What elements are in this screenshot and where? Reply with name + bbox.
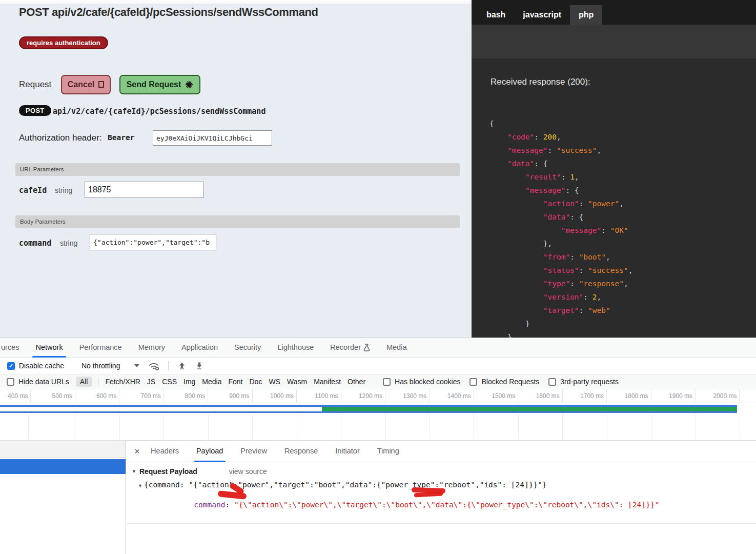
page-top-strip [0, 0, 472, 4]
filter-type-img[interactable]: Img [183, 378, 195, 386]
checkbox-3rd-party-requests[interactable] [548, 378, 556, 386]
request-list-pane [0, 441, 126, 554]
checkbox-has-blocked-cookies[interactable] [383, 378, 391, 386]
devtools-tab-bar: urcesNetworkPerformanceMemoryApplication… [0, 338, 756, 358]
filter-type-media[interactable]: Media [202, 378, 221, 386]
detail-tab-initiator[interactable]: Initiator [329, 441, 366, 462]
devtools-tab-lighthouse[interactable]: Lighthouse [269, 338, 322, 358]
devtools-tab-performance[interactable]: Performance [71, 338, 130, 358]
filter-divider [98, 378, 98, 386]
payload-separator: : [225, 501, 234, 509]
triangle-down-icon: ▼ [138, 483, 142, 488]
command-input[interactable] [90, 234, 216, 250]
label-blocked-requests: Blocked Requests [481, 378, 539, 386]
devtools-tab-network[interactable]: Network [27, 338, 71, 358]
request-payload-section[interactable]: ▼ Request Payload view source [132, 467, 756, 476]
payload-key: command [194, 501, 225, 509]
timeline-tick: 600 ms [75, 389, 119, 403]
filter-type-css[interactable]: CSS [162, 378, 177, 386]
close-icon[interactable]: × [134, 446, 140, 456]
label-has-blocked-cookies: Has blocked cookies [395, 378, 460, 386]
waterfall-overview[interactable] [0, 403, 756, 414]
auth-scheme-label: Bearer [108, 133, 134, 142]
payload-command-row[interactable]: command: "{\"action\":\"power\",\"target… [149, 492, 756, 517]
code-examples-panel: bashjavascriptphp Received response (200… [472, 0, 756, 338]
toolbar-divider [168, 361, 169, 370]
filter-type-ws[interactable]: WS [269, 378, 280, 386]
request-payload-title: Request Payload [139, 467, 197, 476]
chevron-down-icon [134, 364, 139, 367]
send-request-button[interactable]: Send Request [119, 75, 200, 94]
detail-tab-response[interactable]: Response [278, 441, 324, 462]
filter-type-all[interactable]: All [76, 377, 92, 387]
network-filter-bar: Hide data URLs AllFetch/XHRJSCSSImgMedia… [0, 374, 756, 389]
detail-tab-payload[interactable]: Payload [190, 441, 230, 462]
param-name-command: command [19, 239, 51, 248]
timeline-tick: 1600 ms [518, 389, 562, 403]
detail-tab-preview[interactable]: Preview [234, 441, 274, 462]
send-request-button-label: Send Request [127, 80, 181, 89]
throttling-select[interactable]: No throttling [77, 362, 139, 370]
burst-icon [185, 81, 193, 89]
label-3rd-party-requests: 3rd-party requests [560, 378, 619, 386]
cafeid-input[interactable] [85, 182, 204, 198]
code-language-tabs: bashjavascriptphp [472, 0, 756, 25]
network-conditions-button[interactable] [149, 361, 160, 371]
timeline-tick: 700 ms [119, 389, 164, 403]
devtools-panel: urcesNetworkPerformanceMemoryApplication… [0, 338, 756, 554]
code-tab-php[interactable]: php [570, 5, 602, 25]
request-overview-bar [0, 405, 737, 413]
filter-type-wasm[interactable]: Wasm [287, 378, 307, 386]
detail-tab-headers[interactable]: Headers [144, 441, 186, 462]
detail-tabs: HeadersPayloadPreviewResponseInitiatorTi… [140, 441, 406, 462]
devtools-tab-security[interactable]: Security [226, 338, 269, 358]
hide-data-urls-checkbox[interactable] [7, 378, 14, 386]
code-tab-bash[interactable]: bash [478, 5, 514, 25]
payload-section-divider [127, 523, 756, 524]
param-name-cafeid: cafeId [19, 186, 47, 195]
filter-type-font[interactable]: Font [228, 378, 242, 386]
endpoint-path: api/v2/cafe/{cafeId}/pcSessions/sendWssC… [53, 107, 265, 116]
view-source-link[interactable]: view source [229, 467, 267, 476]
cancel-button[interactable]: Cancel [61, 75, 111, 94]
request-label: Request [19, 80, 51, 90]
timeline-tick: 1700 ms [563, 389, 607, 403]
timeline-tick: 1900 ms [651, 389, 696, 403]
requests-table-empty-area [0, 414, 756, 441]
disable-cache-checkbox[interactable]: ✓ [7, 362, 15, 370]
disable-cache-label: Disable cache [19, 362, 64, 370]
export-har-button[interactable] [195, 362, 203, 370]
request-type-filters: AllFetch/XHRJSCSSImgMediaFontDocWSWasmMa… [69, 377, 365, 387]
auth-token-input[interactable] [153, 130, 272, 146]
screenshot-root: POST api/v2/cafe/{cafeId}/pcSessions/sen… [0, 0, 756, 554]
body-parameters-section-header: Body Parameters [15, 215, 460, 228]
detail-tab-bar: × HeadersPayloadPreviewResponseInitiator… [127, 441, 756, 462]
devtools-tab-memory[interactable]: Memory [130, 338, 173, 358]
devtools-tab-recorder[interactable]: Recorder [322, 338, 378, 358]
devtools-tab-urces[interactable]: urces [0, 338, 27, 358]
devtools-tab-application[interactable]: Application [173, 338, 226, 358]
filter-type-js[interactable]: JS [147, 378, 155, 386]
request-details-split: × HeadersPayloadPreviewResponseInitiator… [0, 441, 756, 554]
import-har-button[interactable] [178, 362, 186, 370]
devtools-tab-media[interactable]: Media [378, 338, 415, 358]
param-type-cafeid: string [55, 186, 72, 194]
filter-type-doc[interactable]: Doc [250, 378, 262, 386]
timeline-tick: 1800 ms [607, 389, 651, 403]
received-response-label: Received response (200): [491, 77, 590, 87]
filter-type-other[interactable]: Other [348, 378, 365, 386]
hide-data-urls-label: Hide data URLs [18, 378, 69, 386]
payload-summary-row[interactable]: ▼ {command: "{"action":"power","target":… [138, 481, 756, 489]
timeline-tick: 500 ms [31, 389, 75, 403]
checkbox-blocked-requests[interactable] [469, 378, 477, 386]
param-type-command: string [60, 239, 77, 247]
code-tab-javascript[interactable]: javascript [514, 5, 570, 25]
filter-type-manifest[interactable]: Manifest [314, 378, 341, 386]
cancel-button-label: Cancel [68, 80, 94, 89]
selected-request-row[interactable] [0, 459, 126, 474]
request-details-pane: × HeadersPayloadPreviewResponseInitiator… [127, 441, 756, 554]
filter-type-fetch-xhr[interactable]: Fetch/XHR [105, 378, 140, 386]
detail-tab-timing[interactable]: Timing [371, 441, 406, 462]
timeline-tick: 1100 ms [297, 389, 341, 403]
timeline-ruler: 400 ms500 ms600 ms700 ms800 ms900 ms1000… [0, 389, 756, 403]
